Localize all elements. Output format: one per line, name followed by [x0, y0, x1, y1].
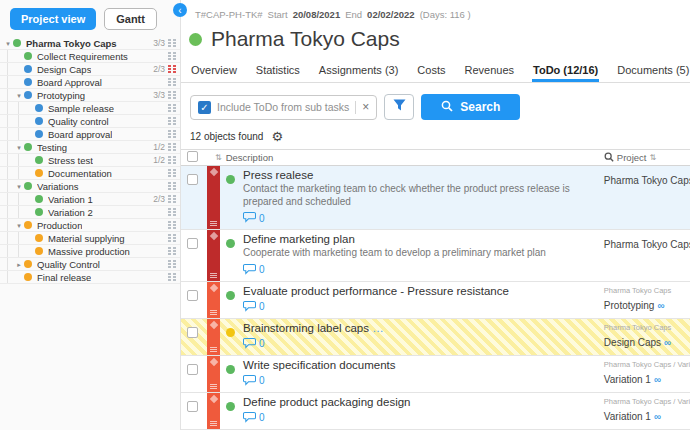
tree-item-quality-control[interactable]: Quality control [0, 115, 180, 128]
tree-item-material-supplying[interactable]: Material supplying [0, 232, 180, 245]
priority-strip[interactable] [207, 166, 220, 229]
search-button[interactable]: Search [421, 94, 520, 120]
row-checkbox[interactable] [187, 174, 198, 185]
tab-assignments-3-[interactable]: Assignments (3) [318, 61, 399, 82]
tree-item-production[interactable]: ▾Production [0, 219, 180, 232]
tree-item-massive-production[interactable]: Massive production [0, 245, 180, 258]
drag-handle-icon[interactable] [210, 347, 217, 352]
comments-button[interactable]: 0 [243, 211, 265, 225]
link-icon[interactable]: ∞ [654, 374, 661, 385]
chevron-down-icon[interactable]: ▾ [14, 141, 24, 154]
tree-item-board-approval[interactable]: Board Approval [0, 76, 180, 89]
tree-item-board-approval[interactable]: Board approval [0, 128, 180, 141]
chevron-down-icon[interactable]: ▾ [14, 219, 24, 232]
todo-row[interactable]: Define product packaging design0Pharma T… [181, 393, 690, 430]
comments-button[interactable]: 0 [243, 411, 265, 425]
grid-icon[interactable] [168, 156, 176, 164]
tree-item-collect-requirements[interactable]: Collect Requirements [0, 50, 180, 63]
project-link[interactable]: Pharma Tokyo Caps [604, 175, 690, 186]
grid-icon[interactable] [168, 221, 176, 229]
tree-item-final-release[interactable]: Final release [0, 271, 180, 284]
tree-item-variation-1[interactable]: Variation 12/3 [0, 193, 180, 206]
project-link[interactable]: Pharma Tokyo Caps [604, 239, 690, 250]
tab-documents-5-[interactable]: Documents (5) [616, 61, 690, 82]
todo-row[interactable]: Write specification documents0Pharma Tok… [181, 356, 690, 393]
grid-icon[interactable] [168, 260, 176, 268]
sort-icon[interactable]: ⇅ [649, 153, 656, 162]
project-link[interactable]: Variation 1 [604, 374, 651, 385]
tree-item-quality-control[interactable]: ▸Quality Control [0, 258, 180, 271]
todo-title[interactable]: Brainstorming label caps … [243, 322, 594, 334]
comments-button[interactable]: 0 [243, 337, 265, 351]
todo-row[interactable]: Define marketing planCooperate with mark… [181, 230, 690, 282]
grid-icon[interactable] [168, 143, 176, 151]
drag-handle-icon[interactable] [210, 421, 217, 426]
grid-icon[interactable] [168, 169, 176, 177]
chevron-left-icon[interactable]: ‹ [173, 3, 187, 17]
drag-handle-icon[interactable] [210, 310, 217, 315]
tab-overview[interactable]: Overview [190, 61, 238, 82]
filter-button[interactable] [384, 94, 414, 120]
row-checkbox[interactable] [187, 238, 198, 249]
todo-title[interactable]: Define marketing plan [243, 233, 594, 245]
tree-item-documentation[interactable]: Documentation [0, 167, 180, 180]
grid-icon[interactable] [168, 208, 176, 216]
tab-statistics[interactable]: Statistics [255, 61, 301, 82]
priority-strip[interactable] [207, 393, 220, 429]
link-icon[interactable]: ∞ [657, 300, 664, 311]
priority-strip[interactable] [207, 319, 220, 355]
project-link[interactable]: Variation 1 [604, 411, 651, 422]
priority-strip[interactable] [207, 282, 220, 318]
drag-handle-icon[interactable] [210, 273, 217, 278]
close-icon[interactable]: × [362, 101, 369, 113]
todo-title[interactable]: Write specification documents [243, 359, 594, 371]
project-view-button[interactable]: Project view [10, 8, 96, 30]
row-checkbox[interactable] [187, 327, 198, 338]
grid-icon[interactable] [168, 65, 176, 73]
project-link[interactable]: Design Caps [604, 337, 661, 348]
tab-revenues[interactable]: Revenues [463, 61, 515, 82]
priority-strip[interactable] [207, 230, 220, 281]
tab-todo-12-16-[interactable]: ToDo (12/16) [532, 61, 599, 82]
project-link[interactable]: Prototyping [604, 300, 655, 311]
row-checkbox[interactable] [187, 401, 198, 412]
todo-row[interactable]: Brainstorming label caps …0Pharma Tokyo … [181, 319, 690, 356]
link-icon[interactable]: ∞ [654, 411, 661, 422]
comments-button[interactable]: 0 [243, 263, 265, 277]
grid-icon[interactable] [168, 39, 176, 47]
comments-button[interactable]: 0 [243, 300, 265, 314]
select-all-checkbox[interactable] [187, 151, 198, 162]
comments-button[interactable]: 0 [243, 374, 265, 388]
todo-title[interactable]: Define product packaging design [243, 396, 594, 408]
tree-item-sample-release[interactable]: Sample release [0, 102, 180, 115]
tree-item-design-caps[interactable]: Design Caps2/3 [0, 63, 180, 76]
grid-icon[interactable] [168, 195, 176, 203]
priority-strip[interactable] [207, 356, 220, 392]
tree-item-variations[interactable]: ▾Variations [0, 180, 180, 193]
chevron-down-icon[interactable]: ▾ [14, 180, 24, 193]
chevron-down-icon[interactable]: ▾ [14, 89, 24, 102]
todo-title[interactable]: Evaluate product performance - Pressure … [243, 285, 594, 297]
grid-icon[interactable] [168, 234, 176, 242]
grid-icon[interactable] [168, 130, 176, 138]
more-link[interactable]: … [372, 322, 384, 334]
link-icon[interactable]: ∞ [664, 337, 671, 348]
tree-item-stress-test[interactable]: Stress test1/2 [0, 154, 180, 167]
todo-title[interactable]: Press realese [243, 169, 594, 181]
drag-handle-icon[interactable] [210, 384, 217, 389]
description-header[interactable]: ⇅ Description [207, 152, 604, 163]
drag-handle-icon[interactable] [210, 221, 217, 226]
grid-icon[interactable] [168, 182, 176, 190]
grid-icon[interactable] [168, 78, 176, 86]
tree-item-prototyping[interactable]: ▾Prototyping3/3 [0, 89, 180, 102]
grid-icon[interactable] [168, 104, 176, 112]
chevron-right-icon[interactable]: ▸ [14, 258, 24, 271]
gear-icon[interactable]: ⚙ [271, 130, 283, 143]
row-checkbox[interactable] [187, 364, 198, 375]
tree-item-testing[interactable]: ▾Testing1/2 [0, 141, 180, 154]
grid-icon[interactable] [168, 91, 176, 99]
gantt-button[interactable]: Gantt [104, 8, 157, 30]
sort-icon[interactable]: ⇅ [215, 153, 222, 162]
todo-row[interactable]: Evaluate product performance - Pressure … [181, 282, 690, 319]
grid-icon[interactable] [168, 52, 176, 60]
